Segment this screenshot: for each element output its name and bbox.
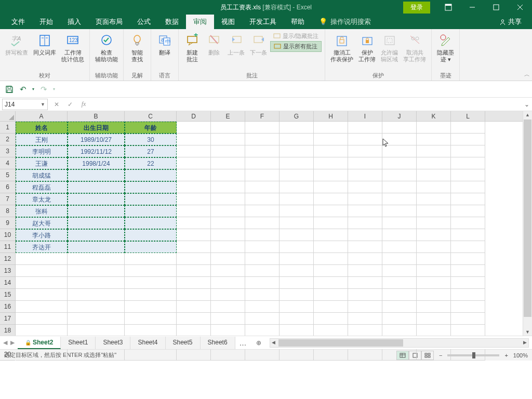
row-header-20[interactable]: 20	[0, 349, 15, 361]
cell-I6[interactable]	[348, 181, 382, 193]
undo-dropdown-icon[interactable]: ▾	[30, 83, 36, 96]
cell-F17[interactable]	[245, 313, 280, 325]
fx-icon[interactable]: fx	[77, 99, 90, 110]
cell-K14[interactable]	[417, 277, 451, 289]
cell-A2[interactable]: 王刚	[16, 134, 68, 145]
sheet-tab-Sheet2[interactable]: 🔒Sheet2	[18, 337, 61, 349]
cell-G3[interactable]	[280, 145, 314, 157]
save-icon[interactable]	[3, 83, 16, 96]
tab-开发工具[interactable]: 开发工具	[242, 15, 284, 29]
ribbon-翻译[interactable]: a中翻译	[154, 30, 175, 58]
col-header-F[interactable]: F	[245, 111, 280, 121]
cell-L6[interactable]	[451, 181, 485, 193]
cell-D15[interactable]	[177, 289, 211, 301]
tab-视图[interactable]: 视图	[214, 15, 242, 29]
cell-K18[interactable]	[417, 325, 451, 337]
cell-D6[interactable]	[177, 181, 211, 193]
cell-C6[interactable]	[125, 181, 177, 193]
cell-I16[interactable]	[348, 301, 382, 313]
cell-L13[interactable]	[451, 265, 485, 277]
cell-A9[interactable]: 赵大哥	[16, 217, 68, 229]
col-header-D[interactable]: D	[177, 111, 211, 121]
cell-J3[interactable]	[382, 145, 417, 157]
cell-H20[interactable]	[314, 349, 348, 361]
cell-G14[interactable]	[280, 277, 314, 289]
cell-J10[interactable]	[382, 229, 417, 241]
cell-F2[interactable]	[245, 134, 280, 145]
cell-L10[interactable]	[451, 229, 485, 241]
cell-G5[interactable]	[280, 169, 314, 181]
cell-B2[interactable]: 1989/10/27	[68, 134, 125, 145]
cell-B5[interactable]	[68, 169, 125, 181]
name-box[interactable]: J14▼	[2, 99, 48, 110]
col-header-J[interactable]: J	[382, 111, 417, 121]
zoom-slider[interactable]	[447, 354, 499, 356]
cell-C2[interactable]: 30	[125, 134, 177, 145]
sheet-tab-Sheet6[interactable]: Sheet6	[201, 337, 235, 349]
cell-A12[interactable]	[16, 253, 68, 265]
cell-K4[interactable]	[417, 157, 451, 169]
cell-E20[interactable]	[211, 349, 245, 361]
cell-E1[interactable]	[211, 122, 245, 134]
cell-F10[interactable]	[245, 229, 280, 241]
cell-L2[interactable]	[451, 134, 485, 145]
cell-B16[interactable]	[68, 301, 125, 313]
cell-B7[interactable]	[68, 193, 125, 205]
cell-F15[interactable]	[245, 289, 280, 301]
cell-H8[interactable]	[314, 205, 348, 217]
cell-B13[interactable]	[68, 265, 125, 277]
cell-F20[interactable]	[245, 349, 280, 361]
cell-F6[interactable]	[245, 181, 280, 193]
cell-G12[interactable]	[280, 253, 314, 265]
cell-H15[interactable]	[314, 289, 348, 301]
row-header-16[interactable]: 16	[0, 301, 15, 313]
cell-A17[interactable]	[16, 313, 68, 325]
row-header-2[interactable]: 2	[0, 134, 15, 145]
cell-J15[interactable]	[382, 289, 417, 301]
cell-I12[interactable]	[348, 253, 382, 265]
formula-input[interactable]	[90, 99, 522, 110]
cell-L7[interactable]	[451, 193, 485, 205]
cell-H6[interactable]	[314, 181, 348, 193]
cell-F9[interactable]	[245, 217, 280, 229]
cell-F13[interactable]	[245, 265, 280, 277]
tab-帮助[interactable]: 帮助	[284, 15, 312, 29]
cell-C12[interactable]	[125, 253, 177, 265]
col-header-L[interactable]: L	[451, 111, 485, 121]
select-all-cell[interactable]	[0, 111, 16, 122]
cell-F5[interactable]	[245, 169, 280, 181]
cell-E18[interactable]	[211, 325, 245, 337]
ribbon-同义词库[interactable]: 同义词库	[31, 30, 58, 58]
tab-审阅[interactable]: 审阅	[186, 15, 214, 29]
cell-C20[interactable]	[125, 349, 177, 361]
cell-D16[interactable]	[177, 301, 211, 313]
cell-E6[interactable]	[211, 181, 245, 193]
row-header-18[interactable]: 18	[0, 325, 15, 337]
cell-J7[interactable]	[382, 193, 417, 205]
ribbon-撤消工[interactable]: 撤消工 作表保护	[328, 30, 355, 64]
close-icon[interactable]	[508, 0, 532, 15]
cell-B3[interactable]: 1992/11/12	[68, 145, 125, 157]
cell-A8[interactable]: 张科	[16, 205, 68, 217]
cell-F1[interactable]	[245, 122, 280, 134]
tab-文件[interactable]: 文件	[4, 15, 32, 29]
cell-I17[interactable]	[348, 313, 382, 325]
row-header-1[interactable]: 1	[0, 122, 15, 134]
cell-L16[interactable]	[451, 301, 485, 313]
cell-K8[interactable]	[417, 205, 451, 217]
row-header-12[interactable]: 12	[0, 253, 15, 265]
cell-E13[interactable]	[211, 265, 245, 277]
cell-G11[interactable]	[280, 241, 314, 253]
cell-C9[interactable]	[125, 217, 177, 229]
ribbon-显示所有批注[interactable]: 显示所有批注	[270, 41, 322, 52]
cell-F8[interactable]	[245, 205, 280, 217]
cell-B9[interactable]	[68, 217, 125, 229]
cell-I10[interactable]	[348, 229, 382, 241]
cell-K9[interactable]	[417, 217, 451, 229]
cell-F11[interactable]	[245, 241, 280, 253]
cell-B17[interactable]	[68, 313, 125, 325]
cell-E8[interactable]	[211, 205, 245, 217]
cell-J14[interactable]	[382, 277, 417, 289]
spreadsheet-grid[interactable]: ABCDEFGHIJKL 123456789101112131415161718…	[0, 111, 532, 336]
cell-E9[interactable]	[211, 217, 245, 229]
